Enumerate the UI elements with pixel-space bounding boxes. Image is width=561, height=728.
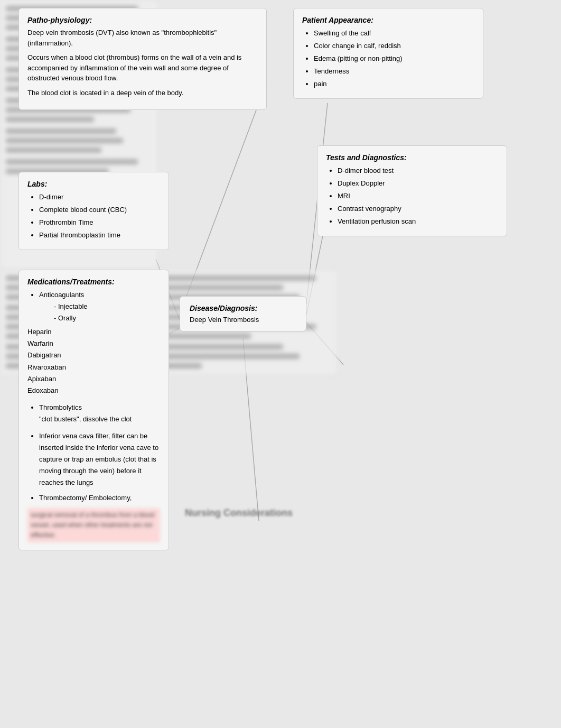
meds-drugs: Heparin Warfarin Dabigatran Rivaroxaban … bbox=[27, 326, 160, 397]
list-item: Complete blood count (CBC) bbox=[39, 204, 160, 216]
meds-title: Medications/Treatments: bbox=[27, 278, 160, 286]
list-item: Ventilation perfusion scan bbox=[338, 216, 498, 227]
patient-list: Swelling of the calf Color change in cal… bbox=[314, 27, 474, 90]
meds-list: Anticoagulants - Injectable - Orally bbox=[39, 289, 160, 324]
list-item: Color change in calf, reddish bbox=[314, 40, 474, 52]
list-item: D-dimer bbox=[39, 191, 160, 203]
list-item: Tenderness bbox=[314, 66, 474, 77]
tests-list: D-dimer blood test Duplex Doppler MRI Co… bbox=[338, 165, 498, 227]
labs-title: Labs: bbox=[27, 180, 160, 188]
tests-card: Tests and Diagnostics: D-dimer blood tes… bbox=[317, 145, 507, 236]
disease-title: Disease/Diagnosis: bbox=[190, 304, 296, 312]
labs-list: D-dimer Complete blood count (CBC) Proth… bbox=[39, 191, 160, 241]
patho-para1: Deep vein thrombosis (DVT) also known as… bbox=[27, 27, 258, 48]
meds-orally: - Orally bbox=[54, 312, 160, 324]
meds-anticoag: Anticoagulants - Injectable - Orally bbox=[39, 289, 160, 324]
blur-line bbox=[6, 138, 123, 143]
list-item: Duplex Doppler bbox=[338, 178, 498, 189]
list-item: Contrast venography bbox=[338, 203, 498, 215]
list-item: Prothrombin Time bbox=[39, 217, 160, 228]
disease-card: Disease/Diagnosis: Deep Vein Thrombosis bbox=[180, 296, 306, 331]
patient-card: Patient Appearance: Swelling of the calf… bbox=[293, 8, 483, 99]
blurred-section-title: Nursing Considerations bbox=[185, 508, 293, 519]
drug-edoxaban: Edoxaban bbox=[27, 385, 160, 397]
meds-filter: Inferior vena cava filter, filter can be… bbox=[39, 430, 160, 489]
meds-injectable: - Injectable bbox=[54, 301, 160, 312]
patho-para2: Occurs when a blood clot (thrombus) form… bbox=[27, 52, 258, 84]
patho-card: Patho-physiology: Deep vein thrombosis (… bbox=[18, 8, 267, 110]
meds-blurred-content: surgical removal of a thrombus from a bl… bbox=[27, 508, 160, 543]
patho-para3: The blood clot is located in a deep vein… bbox=[27, 88, 258, 98]
list-item: MRI bbox=[338, 190, 498, 202]
blur-line bbox=[6, 148, 101, 153]
list-item: Swelling of the calf bbox=[314, 27, 474, 39]
drug-rivaroxaban: Rivaroxaban bbox=[27, 362, 160, 373]
blur-line bbox=[6, 128, 116, 134]
list-item: pain bbox=[314, 78, 474, 90]
tests-title: Tests and Diagnostics: bbox=[326, 153, 498, 162]
meds-card: Medications/Treatments: Anticoagulants -… bbox=[18, 270, 169, 550]
list-item: Partial thromboplastin time bbox=[39, 229, 160, 241]
blur-line bbox=[6, 117, 94, 122]
meds-thrombectomy: Thrombectomy/ Embolectomy, bbox=[39, 492, 160, 504]
list-item: Edema (pitting or non-pitting) bbox=[314, 53, 474, 64]
blur-line bbox=[6, 159, 138, 164]
labs-card: Labs: D-dimer Complete blood count (CBC)… bbox=[18, 172, 169, 250]
patho-title: Patho-physiology: bbox=[27, 16, 258, 24]
drug-heparin: Heparin bbox=[27, 326, 160, 338]
drug-apixaban: Apixaban bbox=[27, 373, 160, 385]
disease-name: Deep Vein Thrombosis bbox=[190, 316, 296, 324]
drug-warfarin: Warfarin bbox=[27, 338, 160, 349]
list-item: D-dimer blood test bbox=[338, 165, 498, 177]
meds-thrombolytics: Thrombolytics "clot busters", dissolve t… bbox=[39, 402, 160, 425]
patient-title: Patient Appearance: bbox=[302, 16, 474, 24]
drug-dabigatran: Dabigatran bbox=[27, 349, 160, 361]
